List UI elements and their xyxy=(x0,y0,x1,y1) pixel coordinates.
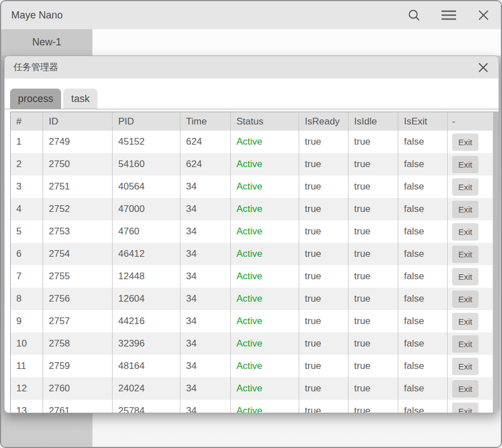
exit-button[interactable]: Exit xyxy=(452,246,478,263)
launcher-tab-new-1[interactable]: New-1 xyxy=(1,29,92,56)
cell-is_exit: false xyxy=(398,153,448,175)
titlebar-actions xyxy=(405,1,493,29)
cell-time: 34 xyxy=(180,377,231,400)
cell-pid: 32396 xyxy=(113,332,180,355)
cell-is_exit: false xyxy=(398,243,448,265)
col-header-num: # xyxy=(11,112,43,131)
cell-pid: 24024 xyxy=(113,377,180,400)
cell-num: 2 xyxy=(11,153,43,175)
col-header-action: - xyxy=(448,112,494,131)
cell-action: Exit xyxy=(448,355,494,377)
table-row: 52753476034ActivetruetruefalseExit xyxy=(11,220,499,243)
cell-id: 2750 xyxy=(43,153,113,175)
exit-button[interactable]: Exit xyxy=(452,201,478,218)
cell-action: Exit xyxy=(448,131,494,153)
cell-status: Active xyxy=(231,243,299,265)
tab-process[interactable]: process xyxy=(10,89,61,109)
cell-id: 2756 xyxy=(43,288,113,310)
cell-is_exit: false xyxy=(398,377,448,400)
cell-is_idle: true xyxy=(348,153,398,175)
dialog-close-button[interactable] xyxy=(474,58,492,76)
search-icon xyxy=(407,8,421,22)
exit-button[interactable]: Exit xyxy=(452,268,478,285)
cell-status: Active xyxy=(231,310,299,332)
cell-pid: 54160 xyxy=(113,153,180,175)
cell-id: 2752 xyxy=(43,198,113,220)
dialog-title: 任务管理器 xyxy=(13,62,58,73)
close-icon xyxy=(478,62,489,73)
cell-pid: 12448 xyxy=(113,265,180,288)
exit-button[interactable]: Exit xyxy=(452,223,478,241)
table-row: 327514056434ActivetruetruefalseExit xyxy=(11,175,499,198)
cell-id: 2753 xyxy=(43,220,113,243)
cell-pid: 40564 xyxy=(113,175,180,198)
menu-icon xyxy=(441,9,457,21)
cell-time: 34 xyxy=(180,332,231,355)
window-close-button[interactable] xyxy=(474,6,493,25)
exit-button[interactable]: Exit xyxy=(452,133,478,151)
cell-action: Exit xyxy=(448,153,494,175)
cell-num: 13 xyxy=(11,400,43,413)
search-button[interactable] xyxy=(405,6,424,25)
cell-is_exit: false xyxy=(398,198,448,220)
exit-button[interactable]: Exit xyxy=(452,313,478,330)
cell-is_exit: false xyxy=(398,332,448,355)
table-scrollbar[interactable] xyxy=(492,112,499,413)
table-row: 927574421634ActivetruetruefalseExit xyxy=(11,310,499,332)
table-row: 427524700034ActivetruetruefalseExit xyxy=(11,198,499,220)
close-icon xyxy=(478,10,489,21)
exit-button[interactable]: Exit xyxy=(452,403,478,414)
process-table: # ID PID Time Status IsReady IsIdle IsEx… xyxy=(10,112,499,413)
exit-button[interactable]: Exit xyxy=(452,178,478,196)
cell-is_idle: true xyxy=(348,400,398,413)
exit-button[interactable]: Exit xyxy=(452,156,478,173)
cell-is_ready: true xyxy=(299,377,348,400)
cell-is_idle: true xyxy=(348,288,398,310)
cell-num: 3 xyxy=(11,175,43,198)
cell-pid: 25784 xyxy=(113,400,180,413)
tab-task[interactable]: task xyxy=(63,89,97,109)
cell-id: 2749 xyxy=(43,131,113,153)
cell-status: Active xyxy=(231,153,299,175)
table-row: 2275054160624ActivetruetruefalseExit xyxy=(11,153,499,175)
launcher-tab-label: New-1 xyxy=(32,36,61,48)
scrollbar-thumb[interactable] xyxy=(493,112,499,413)
app-title: Maye Nano xyxy=(11,10,63,21)
cell-pid: 47000 xyxy=(113,198,180,220)
cell-action: Exit xyxy=(448,198,494,220)
exit-button[interactable]: Exit xyxy=(452,335,478,353)
exit-button[interactable]: Exit xyxy=(452,380,478,398)
cell-status: Active xyxy=(231,400,299,413)
cell-action: Exit xyxy=(448,288,494,310)
table-row: 627544641234ActivetruetruefalseExit xyxy=(11,243,499,265)
exit-button[interactable]: Exit xyxy=(452,358,478,375)
menu-button[interactable] xyxy=(439,6,458,25)
exit-button[interactable]: Exit xyxy=(452,290,478,308)
cell-is_exit: false xyxy=(398,220,448,243)
cell-is_idle: true xyxy=(348,332,398,355)
cell-status: Active xyxy=(231,198,299,220)
col-header-isready: IsReady xyxy=(299,112,348,131)
maye-nano-window: Maye Nano xyxy=(0,0,502,448)
cell-is_exit: false xyxy=(398,288,448,310)
cell-pid: 4760 xyxy=(113,220,180,243)
cell-action: Exit xyxy=(448,377,494,400)
cell-action: Exit xyxy=(448,265,494,288)
col-header-status: Status xyxy=(231,112,299,131)
cell-is_exit: false xyxy=(398,400,448,413)
cell-is_ready: true xyxy=(299,153,348,175)
tab-process-label: process xyxy=(18,93,53,105)
cell-id: 2751 xyxy=(43,175,113,198)
cell-is_idle: true xyxy=(348,175,398,198)
cell-time: 34 xyxy=(180,243,231,265)
cell-id: 2757 xyxy=(43,310,113,332)
cell-num: 5 xyxy=(11,220,43,243)
cell-is_idle: true xyxy=(348,377,398,400)
cell-is_idle: true xyxy=(348,131,398,153)
table-row: 1127594816434ActivetruetruefalseExit xyxy=(11,355,499,377)
cell-is_idle: true xyxy=(348,198,398,220)
table-row: 727551244834ActivetruetruefalseExit xyxy=(11,265,499,288)
cell-action: Exit xyxy=(448,243,494,265)
tab-task-label: task xyxy=(71,93,90,105)
table-row: 1227602402434ActivetruetruefalseExit xyxy=(11,377,499,400)
